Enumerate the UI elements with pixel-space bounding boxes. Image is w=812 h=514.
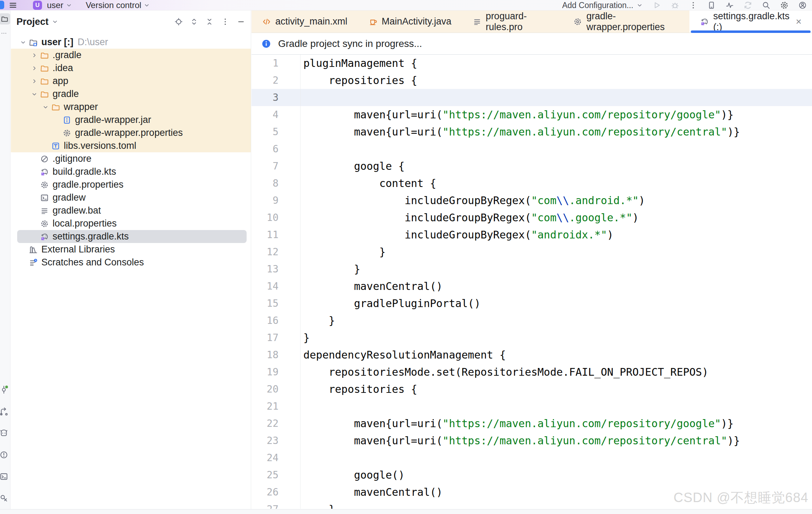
collapse-all-icon[interactable]	[205, 18, 214, 26]
line-number[interactable]: 21	[252, 398, 301, 415]
editor-tab[interactable]: gradle-wrapper.properties	[563, 11, 689, 33]
code-line[interactable]: 18dependencyResolutionManagement {	[252, 346, 812, 363]
tree-row[interactable]: wrapper	[11, 100, 251, 113]
tree-row[interactable]: .gradle	[11, 49, 251, 62]
account-icon[interactable]	[798, 1, 807, 10]
line-number[interactable]: 14	[252, 278, 301, 295]
code-line[interactable]: 2 repositories {	[252, 72, 812, 89]
assistant-icon[interactable]	[0, 429, 10, 438]
code-line[interactable]: 15 gradlePluginPortal()	[252, 295, 812, 312]
line-number[interactable]: 9	[252, 192, 301, 209]
editor-tab[interactable]: activity_main.xml	[252, 11, 358, 33]
code-line[interactable]: 11 includeGroupByRegex("androidx.*")	[252, 226, 812, 243]
code-line[interactable]: 25 google()	[252, 466, 812, 484]
line-number[interactable]: 15	[252, 295, 301, 312]
more-windows-icon[interactable]	[0, 29, 10, 37]
hide-icon[interactable]	[237, 18, 245, 26]
code-line[interactable]: 9 includeGroupByRegex("com\\.android.*")	[252, 192, 812, 209]
vcs-widget[interactable]: Version control	[86, 0, 151, 10]
debug-icon[interactable]	[670, 1, 680, 10]
code-line[interactable]: 5 maven{url=uri("https://maven.aliyun.co…	[252, 123, 812, 140]
chevron-down-icon[interactable]	[40, 104, 51, 111]
line-number[interactable]: 6	[252, 140, 301, 158]
tree-row[interactable]: gradlew.bat	[11, 204, 251, 217]
editor-tab[interactable]: proguard-rules.pro	[462, 11, 563, 33]
line-number[interactable]: 27	[252, 501, 301, 509]
project-panel-title[interactable]: Project	[16, 16, 59, 27]
tree-row[interactable]: settings.gradle.kts	[17, 230, 247, 243]
line-number[interactable]: 1	[252, 55, 301, 72]
version-control-icon[interactable]	[0, 385, 10, 394]
line-number[interactable]: 26	[252, 484, 301, 501]
code-line[interactable]: 6	[252, 140, 812, 158]
chevron-right-icon[interactable]	[29, 65, 40, 72]
line-number[interactable]: 12	[252, 243, 301, 261]
services-icon[interactable]	[0, 494, 10, 503]
settings-icon[interactable]	[780, 1, 789, 10]
tree-row[interactable]: .gitignore	[11, 152, 251, 165]
tree-row[interactable]: gradle-wrapper.properties	[11, 126, 251, 139]
terminal-icon[interactable]	[0, 472, 10, 481]
code-line[interactable]: 8 content {	[252, 175, 812, 192]
sync-gradle-icon[interactable]	[743, 1, 752, 10]
tree-row[interactable]: libs.versions.toml	[11, 139, 251, 152]
locate-icon[interactable]	[174, 18, 183, 26]
line-number[interactable]: 2	[252, 72, 301, 89]
tree-row[interactable]: build.gradle.kts	[11, 165, 251, 178]
profiler-icon[interactable]	[725, 1, 734, 10]
line-number[interactable]: 8	[252, 175, 301, 192]
tree-row[interactable]: user [:]D:\user	[11, 36, 251, 49]
code-line[interactable]: 23 maven{url=uri("https://maven.aliyun.c…	[252, 432, 812, 449]
code-line[interactable]: 17}	[252, 329, 812, 346]
code-line[interactable]: 4 maven{url=uri("https://maven.aliyun.co…	[252, 106, 812, 123]
chevron-right-icon[interactable]	[29, 52, 40, 59]
tree-row[interactable]: Scratches and Consoles	[11, 256, 251, 269]
tree-row[interactable]: app	[11, 75, 251, 88]
chevron-down-icon[interactable]	[18, 39, 28, 46]
line-number[interactable]: 24	[252, 449, 301, 466]
code-line[interactable]: 22 maven{url=uri("https://maven.aliyun.c…	[252, 415, 812, 432]
code-line[interactable]: 3	[252, 89, 812, 106]
chevron-right-icon[interactable]	[29, 78, 40, 85]
run-configuration-selector[interactable]: Add Configuration...	[562, 1, 643, 10]
tree-row[interactable]: local.properties	[11, 217, 251, 230]
code-line[interactable]: 12 }	[252, 243, 812, 261]
tree-row[interactable]: gradle	[11, 88, 251, 100]
project-switcher[interactable]: user	[47, 0, 73, 10]
run-icon[interactable]	[652, 1, 661, 10]
hamburger-icon[interactable]	[8, 1, 18, 10]
more-icon[interactable]	[689, 1, 698, 10]
line-number[interactable]: 10	[252, 209, 301, 226]
line-number[interactable]: 13	[252, 261, 301, 278]
tree-row[interactable]: gradle.properties	[11, 178, 251, 191]
line-number[interactable]: 3	[252, 89, 301, 106]
line-number[interactable]: 11	[252, 226, 301, 243]
line-number[interactable]: 7	[252, 158, 301, 175]
tree-row[interactable]: External Libraries	[11, 243, 251, 256]
tree-row[interactable]: gradle-wrapper.jar	[11, 113, 251, 126]
tree-row[interactable]: .idea	[11, 62, 251, 75]
editor-tab[interactable]: MainActivity.java	[358, 11, 462, 33]
code-line[interactable]: 10 includeGroupByRegex("com\\.google.*")	[252, 209, 812, 226]
code-line[interactable]: 16 }	[252, 312, 812, 329]
line-number[interactable]: 23	[252, 432, 301, 449]
line-number[interactable]: 18	[252, 346, 301, 363]
active-tool-window-pill[interactable]	[0, 13, 11, 25]
line-number[interactable]: 4	[252, 106, 301, 123]
code-line[interactable]: 1pluginManagement {	[252, 55, 812, 72]
tree-row[interactable]: gradlew	[11, 191, 251, 204]
search-icon[interactable]	[762, 1, 771, 10]
line-number[interactable]: 20	[252, 381, 301, 398]
expand-all-icon[interactable]	[190, 18, 198, 26]
pull-requests-icon[interactable]	[0, 407, 10, 416]
code-line[interactable]: 14 mavenCentral()	[252, 278, 812, 295]
code-line[interactable]: 19 repositoriesMode.set(RepositoriesMode…	[252, 363, 812, 381]
chevron-down-icon[interactable]	[29, 91, 40, 98]
project-avatar[interactable]: U	[33, 1, 42, 10]
close-tab-icon[interactable]: ×	[796, 17, 801, 27]
code-editor[interactable]: 1pluginManagement {2 repositories {34 ma…	[252, 55, 812, 509]
code-line[interactable]: 24	[252, 449, 812, 466]
editor-tab[interactable]: settings.gradle.kts (:)×	[689, 11, 812, 33]
code-line[interactable]: 21	[252, 398, 812, 415]
line-number[interactable]: 19	[252, 363, 301, 381]
